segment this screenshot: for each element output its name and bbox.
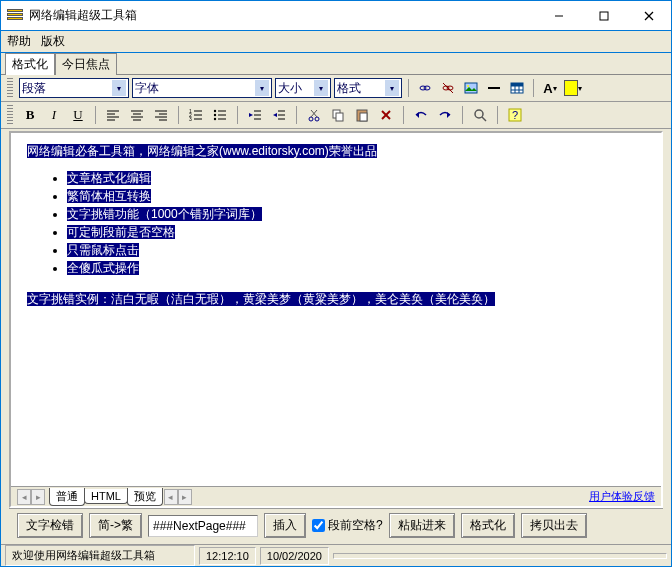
- toolbar-row-2: B I U 123 ?: [1, 102, 671, 129]
- unordered-list-icon[interactable]: [210, 105, 230, 125]
- chevron-down-icon: ▾: [385, 80, 399, 96]
- chevron-down-icon: ▾: [112, 80, 126, 96]
- separator: [497, 106, 498, 124]
- menu-copyright[interactable]: 版权: [41, 33, 65, 50]
- list-item: 全傻瓜式操作: [67, 260, 645, 277]
- separator: [462, 106, 463, 124]
- cut-icon[interactable]: [304, 105, 324, 125]
- svg-point-58: [475, 110, 483, 118]
- editor-area: 网络编辑必备工具箱，网络编辑之家(www.editorsky.com)荣誉出品 …: [1, 129, 671, 544]
- font-select[interactable]: 字体▾: [132, 78, 272, 98]
- svg-line-8: [443, 83, 453, 93]
- tab-format[interactable]: 格式化: [5, 53, 55, 75]
- statusbar: 欢迎使用网络编辑超级工具箱 12:12:10 10/02/2020: [1, 544, 671, 566]
- link-icon[interactable]: [415, 78, 435, 98]
- align-right-icon[interactable]: [151, 105, 171, 125]
- table-icon[interactable]: [507, 78, 527, 98]
- feedback-link[interactable]: 用户体验反馈: [589, 489, 655, 504]
- svg-point-36: [214, 110, 216, 112]
- editor-frame: 网络编辑必备工具箱，网络编辑之家(www.editorsky.com)荣誉出品 …: [9, 131, 663, 508]
- status-time: 12:12:10: [199, 547, 256, 565]
- app-window: 网络编辑超级工具箱 帮助 版权 格式化 今日焦点 段落▾ 字体▾ 大小▾ 格式▾…: [0, 0, 672, 567]
- tab-normal[interactable]: 普通: [49, 488, 85, 506]
- redo-icon[interactable]: [435, 105, 455, 125]
- indent-checkbox[interactable]: [312, 519, 325, 532]
- style-select[interactable]: 格式▾: [334, 78, 402, 98]
- svg-rect-1: [600, 12, 608, 20]
- font-label: 字体: [135, 80, 159, 97]
- separator: [296, 106, 297, 124]
- svg-rect-17: [511, 83, 523, 86]
- svg-point-48: [309, 117, 313, 121]
- indent-label: 段前空格?: [328, 517, 383, 534]
- status-date: 10/02/2020: [260, 547, 329, 565]
- status-welcome: 欢迎使用网络编辑超级工具箱: [5, 545, 195, 566]
- scroll-left-icon[interactable]: ◂: [164, 489, 178, 505]
- tab-today[interactable]: 今日焦点: [55, 53, 117, 75]
- image-icon[interactable]: [461, 78, 481, 98]
- unlink-icon[interactable]: [438, 78, 458, 98]
- menu-help[interactable]: 帮助: [7, 33, 31, 50]
- bold-button[interactable]: B: [20, 105, 40, 125]
- status-empty: [333, 553, 667, 559]
- separator: [403, 106, 404, 124]
- size-select[interactable]: 大小▾: [275, 78, 331, 98]
- maximize-button[interactable]: [581, 1, 626, 30]
- close-button[interactable]: [626, 1, 671, 30]
- simp-to-trad-button[interactable]: 简->繁: [89, 513, 142, 538]
- separator: [95, 106, 96, 124]
- undo-icon[interactable]: [411, 105, 431, 125]
- svg-point-37: [214, 114, 216, 116]
- outdent-icon[interactable]: [245, 105, 265, 125]
- titlebar: 网络编辑超级工具箱: [1, 1, 671, 31]
- svg-text:?: ?: [512, 109, 518, 121]
- format-button[interactable]: 格式化: [461, 513, 515, 538]
- paste-in-button[interactable]: 粘贴进来: [389, 513, 455, 538]
- tab-preview[interactable]: 预览: [127, 488, 163, 506]
- tab-scroll: ◂ ▸: [17, 489, 45, 505]
- copy-out-button[interactable]: 拷贝出去: [521, 513, 587, 538]
- chevron-down-icon: ▾: [255, 80, 269, 96]
- menubar: 帮助 版权: [1, 31, 671, 53]
- svg-point-38: [214, 118, 216, 120]
- intro-text: 网络编辑必备工具箱，网络编辑之家(www.editorsky.com)荣誉出品: [27, 144, 377, 158]
- window-title: 网络编辑超级工具箱: [29, 7, 536, 24]
- example-text: 文字挑错实例：洁白无暇（洁白无瑕），黄梁美梦（黄粱美梦），美仑美奂（美伦美奂）: [27, 292, 495, 306]
- svg-text:3: 3: [189, 116, 192, 121]
- paste-icon[interactable]: [352, 105, 372, 125]
- find-icon[interactable]: [470, 105, 490, 125]
- indent-icon[interactable]: [269, 105, 289, 125]
- pagebreak-input[interactable]: [148, 515, 258, 537]
- copy-icon[interactable]: [328, 105, 348, 125]
- insert-button[interactable]: 插入: [264, 513, 306, 538]
- scroll-right-icon[interactable]: ▸: [178, 489, 192, 505]
- align-left-icon[interactable]: [103, 105, 123, 125]
- tab-html[interactable]: HTML: [84, 489, 128, 504]
- list-item: 文章格式化编辑: [67, 170, 645, 187]
- help-icon[interactable]: ?: [505, 105, 525, 125]
- bg-color-button[interactable]: ▾: [563, 78, 583, 98]
- font-color-button[interactable]: A▾: [540, 78, 560, 98]
- list-item: 文字挑错功能（1000个错别字词库）: [67, 206, 645, 223]
- align-center-icon[interactable]: [127, 105, 147, 125]
- hr-icon[interactable]: [484, 78, 504, 98]
- scroll-left-icon[interactable]: ◂: [17, 489, 31, 505]
- toolbar-row-1: 段落▾ 字体▾ 大小▾ 格式▾ A▾ ▾: [1, 75, 671, 102]
- spellcheck-button[interactable]: 文字检错: [17, 513, 83, 538]
- bottom-toolbar: 文字检错 简->繁 插入 段前空格? 粘贴进来 格式化 拷贝出去: [9, 508, 663, 542]
- delete-icon[interactable]: [376, 105, 396, 125]
- editor-content[interactable]: 网络编辑必备工具箱，网络编辑之家(www.editorsky.com)荣誉出品 …: [11, 133, 661, 486]
- toolbar-grip: [7, 105, 13, 125]
- separator: [408, 79, 409, 97]
- style-label: 格式: [337, 80, 361, 97]
- feature-list: 文章格式化编辑 繁简体相互转换 文字挑错功能（1000个错别字词库） 可定制段前…: [67, 170, 645, 277]
- underline-button[interactable]: U: [68, 105, 88, 125]
- indent-checkbox-wrap[interactable]: 段前空格?: [312, 517, 383, 534]
- ordered-list-icon[interactable]: 123: [186, 105, 206, 125]
- minimize-button[interactable]: [536, 1, 581, 30]
- tab-scroll-2: ◂ ▸: [164, 489, 192, 505]
- outer-tabbar: 格式化 今日焦点: [1, 53, 671, 75]
- scroll-right-icon[interactable]: ▸: [31, 489, 45, 505]
- paragraph-select[interactable]: 段落▾: [19, 78, 129, 98]
- italic-button[interactable]: I: [44, 105, 64, 125]
